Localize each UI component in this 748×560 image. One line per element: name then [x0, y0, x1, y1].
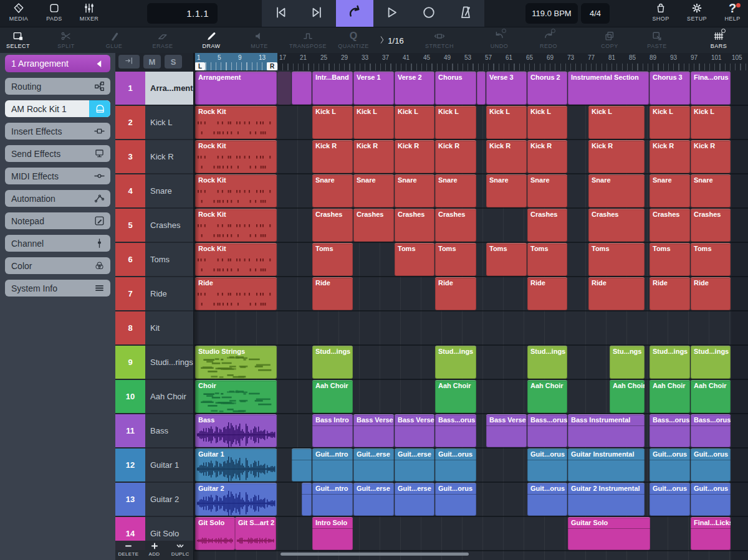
clip-kick-r[interactable]: Kick R	[486, 140, 527, 173]
tool-glue[interactable]: GLUE	[88, 29, 140, 49]
tool-bars[interactable]: BARS	[693, 29, 745, 49]
clip-toms[interactable]: Toms	[435, 243, 476, 276]
clip-ride[interactable]: Ride	[312, 277, 353, 310]
sidebar-item-channel[interactable]: Channel	[5, 235, 110, 252]
tool-erase[interactable]: ERASE	[137, 29, 189, 49]
sidebar-item-color[interactable]: Color	[5, 257, 110, 274]
clip-choir[interactable]: Choir	[195, 380, 277, 413]
track-row-7[interactable]: 7Ride	[115, 277, 193, 310]
clip-stu-ngs[interactable]: Stu...ngs	[610, 346, 645, 379]
clip-guitar-2[interactable]: Guitar 2	[195, 483, 277, 516]
clip-snare[interactable]: Snare	[435, 174, 476, 207]
track-row-8[interactable]: 8Kit	[115, 311, 193, 344]
clip-toms[interactable]: Toms	[588, 243, 645, 276]
track-row-10[interactable]: 10Aah Choir	[115, 380, 193, 413]
sidebar-item-notepad[interactable]: Notepad	[5, 212, 110, 229]
clip-aah-choir[interactable]: Aah Choir	[312, 380, 353, 413]
clip-crashes[interactable]: Crashes	[588, 209, 645, 242]
clip-guit-orus[interactable]: Guit...orus	[527, 448, 567, 482]
sidebar-item-am-rock-kit-1[interactable]: AM Rock Kit 1	[5, 100, 110, 117]
clip-verse-3[interactable]: Verse 3	[486, 72, 527, 105]
setup-button[interactable]: SETUP	[679, 2, 714, 22]
clip-aah-choir[interactable]: Aah Choir	[435, 380, 476, 413]
clip-guit-erse[interactable]: Guit...erse	[395, 483, 434, 516]
pads-button[interactable]: PADS	[37, 2, 72, 22]
clip-guitar-1[interactable]: Guitar 1	[195, 448, 277, 482]
clip-guitar-instrumental[interactable]: Guitar Instrumental	[568, 448, 645, 482]
clip-unnamed[interactable]	[292, 72, 312, 105]
clip-toms[interactable]: Toms	[691, 243, 731, 276]
clip-guitar-2-instrumental[interactable]: Guitar 2 Instrumental	[568, 483, 645, 516]
clip-instrumental-section[interactable]: Instrumental Section	[568, 72, 649, 105]
clip-bass-verse[interactable]: Bass Verse	[486, 414, 527, 447]
clip-bass-orus[interactable]: Bass...orus	[435, 414, 476, 447]
clip-chorus-3[interactable]: Chorus 3	[650, 72, 690, 105]
clip-crashes[interactable]: Crashes	[353, 209, 394, 242]
clip-ride[interactable]: Ride	[650, 277, 690, 310]
metronome-button[interactable]	[448, 0, 485, 27]
clip-bass-intro[interactable]: Bass Intro	[312, 414, 353, 447]
clip-kick-l[interactable]: Kick L	[312, 106, 353, 139]
clip-aah-choir[interactable]: Aah Choir	[691, 380, 731, 413]
clip-ride[interactable]: Ride	[588, 277, 645, 310]
clip-guit-ntro[interactable]: Guit...ntro	[312, 483, 353, 516]
clip-chorus-2[interactable]: Chorus 2	[527, 72, 567, 105]
horizontal-scrollbar[interactable]	[280, 553, 469, 556]
clip-stud-ings[interactable]: Stud...ings	[435, 346, 476, 379]
track-row-3[interactable]: 3Kick R	[115, 140, 193, 173]
clip-bass[interactable]: Bass	[195, 414, 277, 447]
tool-1-16[interactable]: 1/16	[365, 29, 417, 52]
song-position-display[interactable]: 1.1.1	[147, 3, 218, 24]
piano-icon[interactable]	[89, 100, 110, 117]
clip-guitar-solo[interactable]: Guitar Solo	[568, 517, 650, 550]
solo-button[interactable]: S	[165, 55, 182, 69]
clip-kick-l[interactable]: Kick L	[691, 106, 731, 139]
clip-snare[interactable]: Snare	[650, 174, 690, 207]
go-to-next-marker-button[interactable]	[299, 0, 337, 27]
clip-kick-r[interactable]: Kick R	[435, 140, 476, 173]
help-button[interactable]: ?HELP	[715, 2, 748, 22]
clip-kick-r[interactable]: Kick R	[312, 140, 353, 173]
follow-playhead-button[interactable]	[118, 55, 140, 69]
clip-bass-verse[interactable]: Bass Verse	[395, 414, 434, 447]
clip-bass-orus[interactable]: Bass...orus	[650, 414, 690, 447]
clip-ride[interactable]: Ride	[435, 277, 476, 310]
clip-git-solo[interactable]: Git Solo	[195, 517, 235, 550]
clip-guit-orus[interactable]: Guit...orus	[527, 483, 567, 516]
clip-guit-erse[interactable]: Guit...erse	[353, 448, 394, 482]
clip-bass-instrumental[interactable]: Bass Instrumental	[568, 414, 645, 447]
clip-rock-kit[interactable]: Rock Kit	[195, 174, 277, 207]
tool-select[interactable]: SELECT	[0, 29, 44, 49]
time-signature-display[interactable]: 4/4	[581, 3, 610, 24]
clip-kick-r[interactable]: Kick R	[395, 140, 434, 173]
clip-arrangement[interactable]: Arrangement	[195, 72, 277, 105]
clip-bass-verse[interactable]: Bass Verse	[353, 414, 394, 447]
clip-guit-orus[interactable]: Guit...orus	[435, 483, 476, 516]
duplc-track-button[interactable]: DUPLC	[167, 541, 193, 560]
tool-stretch[interactable]: STRETCH	[413, 29, 466, 49]
clip-bass-orus[interactable]: Bass...orus	[691, 414, 731, 447]
mute-all-button[interactable]: M	[143, 55, 161, 69]
timeline-ruler[interactable]: 1591317212529333741454953576165697377818…	[194, 53, 748, 70]
clip-kick-r[interactable]: Kick R	[650, 140, 690, 173]
clip-aah-choir[interactable]: Aah Choir	[650, 380, 690, 413]
clip-unnamed[interactable]	[292, 448, 312, 482]
track-row-2[interactable]: 2Kick L	[115, 106, 193, 139]
clip-rock-kit[interactable]: Rock Kit	[195, 106, 277, 139]
tool-transpose[interactable]: TRANSPOSE	[282, 29, 334, 49]
tool-mute[interactable]: MUTE	[233, 29, 285, 49]
clip-ride[interactable]: Ride	[691, 277, 731, 310]
clip-kick-l[interactable]: Kick L	[588, 106, 645, 139]
loop-start-marker[interactable]: L	[195, 62, 205, 70]
clip-rock-kit[interactable]: Rock Kit	[195, 243, 277, 276]
track-row-12[interactable]: 12Guitar 1	[115, 448, 193, 482]
clip-snare[interactable]: Snare	[395, 174, 434, 207]
clip-stud-ings[interactable]: Stud...ings	[527, 346, 567, 379]
clip-chorus[interactable]: Chorus	[435, 72, 476, 105]
tool-split[interactable]: SPLIT	[40, 29, 92, 49]
sidebar-item-automation[interactable]: Automation	[5, 190, 110, 207]
clip-studio-strings[interactable]: Studio Strings	[195, 346, 277, 379]
clip-crashes[interactable]: Crashes	[691, 209, 731, 242]
clip-crashes[interactable]: Crashes	[527, 209, 567, 242]
sidebar-item-midi-effects[interactable]: MIDI Effects	[5, 168, 110, 184]
